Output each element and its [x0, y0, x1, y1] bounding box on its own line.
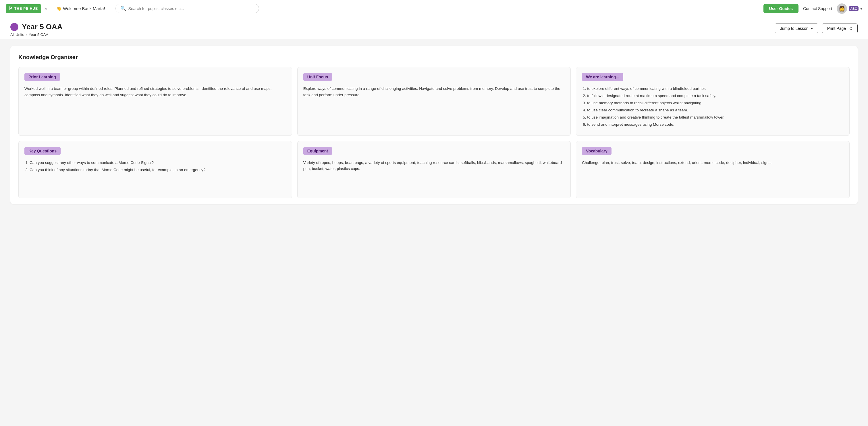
ko-text-5: Challenge, plan, trust, solve, team, des… [582, 160, 844, 166]
page-title-right: Jump to Lesson ▾ Print Page 🖨 [775, 24, 858, 33]
ko-list-3: Can you suggest any other ways to commun… [24, 160, 286, 173]
logo-flag-icon: 🏳 [9, 6, 13, 11]
main-content: Knowledge Organiser Prior LearningWorked… [0, 39, 868, 211]
ko-list-2: to explore different ways of communicati… [582, 86, 844, 128]
page-title-area: Year 5 OAA All Units › Year 5 OAA Jump t… [0, 17, 868, 39]
ko-badge-1: Unit Focus [303, 73, 332, 81]
page-title: Year 5 OAA [10, 22, 63, 31]
ko-badge-5: Vocabulary [582, 147, 611, 155]
ko-grid: Prior LearningWorked well in a team or g… [19, 67, 849, 198]
jump-to-lesson-label: Jump to Lesson [780, 26, 809, 31]
list-item: Can you think of any situations today th… [30, 167, 286, 173]
page-title-dot [10, 23, 19, 31]
list-item: to use clear communication to recreate a… [587, 107, 844, 114]
breadcrumb: All Units › Year 5 OAA [10, 32, 63, 37]
header: 🏳 THE PE HUB » 👋 Welcome Back Marta! 🔍 U… [0, 0, 868, 17]
ko-cell-1: Unit FocusExplore ways of communicating … [297, 67, 571, 136]
user-guides-button[interactable]: User Guides [764, 4, 799, 13]
breadcrumb-current: Year 5 OAA [29, 32, 48, 37]
knowledge-organiser-title: Knowledge Organiser [19, 54, 849, 61]
breadcrumb-separator: › [26, 32, 27, 37]
list-item: Can you suggest any other ways to commun… [30, 160, 286, 166]
header-right: User Guides Contact Support 👩 ABC ▾ [764, 3, 863, 14]
ko-badge-3: Key Questions [24, 147, 61, 155]
ko-cell-4: EquipmentVariety of ropes, hoops, bean b… [297, 141, 571, 198]
ko-text-0: Worked well in a team or group within de… [24, 86, 286, 98]
search-bar: 🔍 [116, 4, 259, 13]
ko-badge-2: We are learning... [582, 73, 623, 81]
ko-cell-0: Prior LearningWorked well in a team or g… [19, 67, 292, 136]
ko-text-1: Explore ways of communicating in a range… [303, 86, 565, 98]
logo-text: THE PE HUB [14, 7, 38, 11]
list-item: to send and interpret messages using Mor… [587, 122, 844, 128]
avatar-badge: ABC [849, 6, 859, 11]
list-item: to follow a designated route at maximum … [587, 93, 844, 99]
knowledge-organiser-card: Knowledge Organiser Prior LearningWorked… [10, 46, 858, 204]
search-icon: 🔍 [120, 6, 126, 11]
print-page-label: Print Page [827, 26, 846, 31]
avatar: 👩 [837, 3, 847, 14]
chevron-down-icon: ▾ [811, 26, 813, 31]
list-item: to use memory methods to recall differen… [587, 100, 844, 106]
page-title-left: Year 5 OAA All Units › Year 5 OAA [10, 22, 63, 37]
list-item: to use imagination and creative thinking… [587, 114, 844, 121]
ko-badge-0: Prior Learning [24, 73, 60, 81]
ko-badge-4: Equipment [303, 147, 332, 155]
logo[interactable]: 🏳 THE PE HUB [6, 4, 41, 13]
ko-cell-2: We are learning...to explore different w… [576, 67, 849, 136]
jump-to-lesson-button[interactable]: Jump to Lesson ▾ [775, 24, 818, 33]
printer-icon: 🖨 [848, 26, 852, 31]
expand-nav-icon[interactable]: » [44, 5, 48, 11]
ko-cell-3: Key QuestionsCan you suggest any other w… [19, 141, 292, 198]
search-input[interactable] [128, 6, 254, 11]
print-page-button[interactable]: Print Page 🖨 [822, 24, 858, 33]
welcome-message: 👋 Welcome Back Marta! [56, 6, 105, 11]
list-item: to explore different ways of communicati… [587, 86, 844, 92]
logo-area: 🏳 THE PE HUB » [6, 4, 52, 13]
user-menu[interactable]: 👩 ABC ▾ [837, 3, 862, 14]
chevron-down-icon: ▾ [860, 6, 862, 11]
contact-support-link[interactable]: Contact Support [803, 6, 832, 11]
ko-text-4: Variety of ropes, hoops, bean bags, a va… [303, 160, 565, 172]
page-title-text: Year 5 OAA [22, 22, 63, 31]
avatar-emoji: 👩 [839, 5, 845, 12]
breadcrumb-all-units[interactable]: All Units [10, 32, 24, 37]
ko-cell-5: VocabularyChallenge, plan, trust, solve,… [576, 141, 849, 198]
